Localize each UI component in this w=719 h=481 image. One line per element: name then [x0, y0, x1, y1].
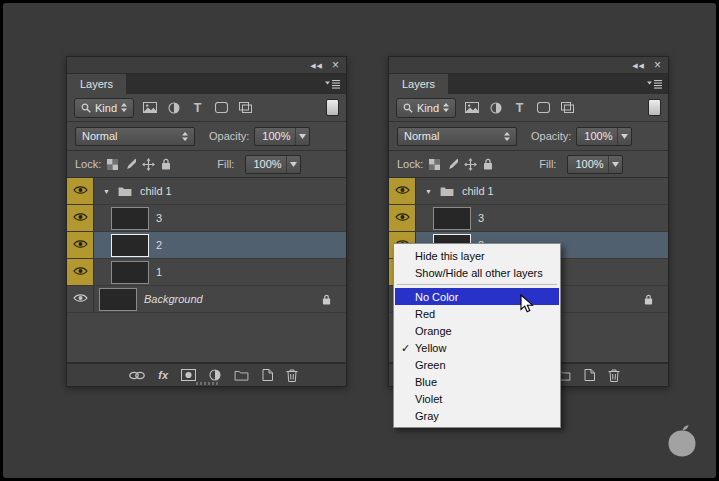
filter-kind-dropdown[interactable]: Kind	[396, 98, 456, 118]
filter-type-layers-icon[interactable]: T	[189, 99, 206, 116]
filter-smart-objects-icon[interactable]	[559, 99, 576, 116]
lock-all-icon[interactable]	[483, 158, 493, 170]
panel-menu-icon[interactable]	[318, 74, 346, 94]
blend-mode-dropdown[interactable]: Normal	[75, 127, 195, 146]
fill-value: 100%	[575, 158, 603, 170]
delete-layer-button[interactable]	[608, 369, 620, 382]
fill-dropdown[interactable]: 100%	[567, 155, 623, 174]
menu-item-green[interactable]: Green	[395, 356, 559, 373]
lock-pixels-brush-icon[interactable]	[124, 158, 136, 170]
folder-icon	[117, 186, 133, 197]
new-layer-button[interactable]	[262, 369, 273, 381]
visibility-toggle[interactable]	[389, 178, 416, 204]
tab-layers[interactable]: Layers	[67, 74, 126, 94]
filter-shape-layers-icon[interactable]	[213, 99, 230, 116]
opacity-label: Opacity:	[531, 130, 571, 142]
dropdown-updown-icon	[504, 132, 510, 141]
lock-position-move-icon[interactable]	[142, 158, 155, 171]
menu-item-red[interactable]: Red	[395, 305, 559, 322]
collapse-panel-icon[interactable]: ◀◀	[310, 62, 323, 69]
close-panel-icon[interactable]: ×	[332, 59, 339, 71]
filter-on-off-toggle[interactable]	[326, 99, 339, 116]
menu-item-gray[interactable]: Gray	[395, 407, 559, 424]
visibility-toggle[interactable]	[67, 178, 94, 204]
menu-item-no-color[interactable]: No Color	[395, 288, 559, 305]
tab-layers[interactable]: Layers	[389, 74, 448, 94]
folder-icon	[439, 186, 455, 197]
lock-position-move-icon[interactable]	[464, 158, 477, 171]
menu-item-violet[interactable]: Violet	[395, 390, 559, 407]
layers-panel-left: ◀◀ × Layers Kind	[66, 56, 347, 387]
fill-dropdown[interactable]: 100%	[245, 155, 301, 174]
filter-adjustment-layers-icon[interactable]	[487, 99, 504, 116]
blend-mode-dropdown[interactable]: Normal	[397, 127, 517, 146]
lock-pixels-brush-icon[interactable]	[446, 158, 458, 170]
add-layer-mask-button[interactable]	[181, 369, 196, 381]
menu-item-label: No Color	[415, 291, 458, 303]
close-panel-icon[interactable]: ×	[654, 59, 661, 71]
blend-mode-row: Normal Opacity: 100%	[389, 122, 668, 151]
panel-menu-icon[interactable]	[640, 74, 668, 94]
layer-style-button[interactable]: fx	[158, 369, 168, 381]
visibility-toggle[interactable]	[67, 205, 94, 231]
link-layers-button[interactable]	[129, 371, 145, 380]
layer-row-1[interactable]: 1	[67, 259, 346, 286]
layer-filter-row: Kind T	[67, 94, 346, 122]
layer-row-3[interactable]: 3	[67, 205, 346, 232]
layer-thumbnail[interactable]	[433, 207, 471, 230]
menu-item-orange[interactable]: Orange	[395, 322, 559, 339]
layer-row-2-selected[interactable]: 2	[67, 232, 346, 259]
lock-transparency-icon[interactable]	[429, 159, 440, 170]
new-group-button[interactable]	[234, 370, 249, 381]
filter-kind-dropdown[interactable]: Kind	[74, 98, 134, 118]
menu-item-yellow[interactable]: ✓ Yellow	[395, 339, 559, 356]
photoshop-workspace: ◀◀ × Layers Kind	[0, 0, 719, 481]
menu-item-label: Violet	[415, 393, 442, 405]
filter-pixel-layers-icon[interactable]	[463, 99, 480, 116]
new-adjustment-layer-button[interactable]	[209, 369, 221, 381]
visibility-toggle[interactable]	[67, 232, 94, 258]
visibility-toggle[interactable]	[389, 205, 416, 231]
layer-thumbnail[interactable]	[111, 207, 149, 230]
group-expand-icon[interactable]: ▼	[103, 188, 110, 195]
menu-item-show-hide-all-other-layers[interactable]: Show/Hide all other layers	[395, 264, 559, 281]
fill-label: Fill:	[217, 158, 234, 170]
menu-item-label: Yellow	[415, 342, 446, 354]
filter-shape-layers-icon[interactable]	[535, 99, 552, 116]
filter-type-layers-icon[interactable]: T	[511, 99, 528, 116]
filter-kind-value: Kind	[417, 102, 439, 114]
opacity-dropdown[interactable]: 100%	[576, 127, 632, 146]
layer-thumbnail[interactable]	[99, 288, 137, 311]
visibility-toggle[interactable]	[67, 259, 94, 285]
layer-thumbnail[interactable]	[111, 261, 149, 284]
watermark-logo	[665, 423, 699, 459]
dropdown-arrow-icon	[286, 156, 300, 173]
layer-thumbnail[interactable]	[111, 234, 149, 257]
layer-row-3[interactable]: 3	[389, 205, 668, 232]
filter-smart-objects-icon[interactable]	[237, 99, 254, 116]
dropdown-arrow-icon	[295, 128, 309, 145]
layer-name: 2	[156, 239, 162, 251]
visibility-toggle[interactable]	[67, 286, 94, 312]
filter-kind-value: Kind	[95, 102, 117, 114]
menu-item-blue[interactable]: Blue	[395, 373, 559, 390]
resize-grip[interactable]	[196, 382, 218, 385]
delete-layer-button[interactable]	[286, 369, 298, 382]
collapse-panel-icon[interactable]: ◀◀	[632, 62, 645, 69]
new-layer-button[interactable]	[584, 369, 595, 381]
menu-separator	[397, 284, 557, 285]
group-expand-icon[interactable]: ▼	[425, 188, 432, 195]
lock-transparency-icon[interactable]	[107, 159, 118, 170]
layer-row-background[interactable]: Background	[67, 286, 346, 313]
filter-adjustment-layers-icon[interactable]	[165, 99, 182, 116]
lock-label: Lock:	[397, 158, 423, 170]
menu-item-hide-this-layer[interactable]: Hide this layer	[395, 247, 559, 264]
filter-pixel-layers-icon[interactable]	[141, 99, 158, 116]
layer-row-group-child-1[interactable]: ▼ child 1	[67, 178, 346, 205]
layer-row-group-child-1[interactable]: ▼ child 1	[389, 178, 668, 205]
dropdown-arrow-icon	[617, 128, 631, 145]
filter-on-off-toggle[interactable]	[648, 99, 661, 116]
opacity-dropdown[interactable]: 100%	[254, 127, 310, 146]
lock-all-icon[interactable]	[161, 158, 171, 170]
check-icon: ✓	[401, 341, 410, 354]
